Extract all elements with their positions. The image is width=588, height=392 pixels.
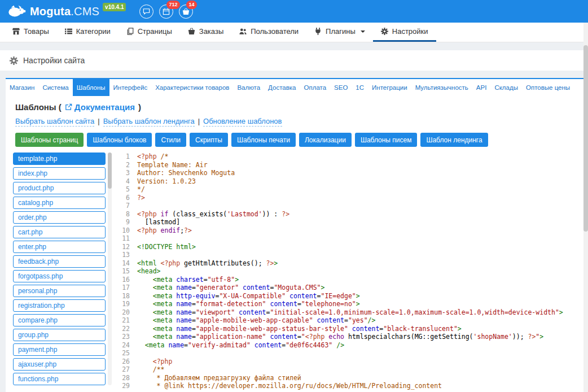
- tab-templates[interactable]: Шаблоны: [73, 79, 109, 96]
- tab-integrations[interactable]: Интеграции: [368, 79, 411, 96]
- page-title: Настройки сайта: [23, 56, 85, 65]
- file-list-scrollbar-thumb[interactable]: [108, 153, 112, 189]
- code-text: Author: Shevchenko Moguta: [137, 169, 235, 177]
- tab-seo[interactable]: SEO: [330, 79, 352, 96]
- code-text: <?php if (class_exists('Lastmod')) : ?>: [137, 210, 289, 219]
- code-text: * Добавляем предзагрузку файла стилей: [137, 374, 301, 382]
- tab-warehouses[interactable]: Склады: [490, 79, 522, 96]
- file-product.php[interactable]: product.php: [13, 182, 106, 194]
- line-number: 18: [120, 292, 137, 300]
- code-text: * @link https://developer.mozilla.org/ru…: [137, 382, 442, 390]
- tab-delivery[interactable]: Доставка: [264, 79, 300, 96]
- documentation-link[interactable]: Документация: [65, 102, 135, 112]
- brand-name: Moguta: [30, 5, 71, 18]
- button-email-templates[interactable]: Шаблоны писем: [355, 133, 418, 147]
- tab-store[interactable]: Магазин: [6, 79, 38, 96]
- line-number: 10: [120, 227, 137, 235]
- nav-item-pages[interactable]: Страницы: [119, 23, 180, 42]
- nav-item-settings[interactable]: Настройки: [373, 23, 436, 42]
- tab-wholesale-prices[interactable]: Оптовые цены: [522, 79, 574, 96]
- code-text: <meta name="generator" content="Moguta.C…: [137, 284, 324, 292]
- chevron-down-icon: [361, 31, 365, 33]
- line-number: 8: [120, 210, 137, 219]
- code-line-22: 22 <meta name="apple-mobile-web-app-stat…: [120, 325, 583, 333]
- button-block-templates[interactable]: Шаблоны блоков: [87, 133, 152, 147]
- file-compare.php[interactable]: compare.php: [13, 314, 106, 326]
- file-enter.php[interactable]: enter.php: [13, 241, 106, 253]
- button-styles[interactable]: Стили: [155, 133, 186, 147]
- file-index.php[interactable]: index.php: [13, 167, 106, 180]
- cart-button[interactable]: 14: [179, 5, 193, 19]
- file-template.php[interactable]: template.php: [13, 153, 106, 165]
- file-ajaxuser.php[interactable]: ajaxuser.php: [13, 358, 106, 371]
- line-number: 25: [120, 349, 137, 358]
- code-text: <meta http-equiv="X-UA-Compatible" conte…: [137, 292, 360, 300]
- tab-multilanguage[interactable]: Мультиязычность: [411, 79, 472, 96]
- file-list: template.phpindex.phpproduct.phpcatalog.…: [13, 153, 106, 392]
- page-title-bar: Настройки сайта: [0, 50, 588, 71]
- code-line-25: 25: [120, 349, 583, 358]
- nav-item-label: Пользователи: [251, 27, 299, 36]
- link-update-templates[interactable]: Обновление шаблонов: [203, 117, 282, 127]
- code-text: <meta charset="utf-8">: [137, 276, 239, 284]
- code-text: [137, 349, 141, 358]
- code-editor[interactable]: 1<?php /*2Template Name: Air3Author: She…: [120, 153, 583, 392]
- line-number: 12: [120, 243, 137, 251]
- line-number: 21: [120, 316, 137, 325]
- tab-currency[interactable]: Валюта: [233, 79, 264, 96]
- code-text: Version: 1.0.23: [137, 177, 196, 186]
- nav-item-orders[interactable]: Заказы: [180, 23, 231, 42]
- tab-payment[interactable]: Оплата: [300, 79, 331, 96]
- code-text: <?php: [137, 358, 172, 366]
- nav-item-plugins[interactable]: Плагины: [306, 23, 373, 42]
- quick-links: Выбрать шаблон сайта|Выбрать шаблон ленд…: [15, 117, 583, 126]
- line-number: 27: [120, 365, 137, 374]
- chat-button[interactable]: [139, 5, 153, 19]
- button-landing-template[interactable]: Шаблон лендинга: [420, 133, 488, 147]
- button-localizations[interactable]: Локализации: [299, 133, 352, 147]
- nav-item-users[interactable]: Пользователи: [231, 23, 306, 42]
- file-functions.php[interactable]: functions.php: [13, 373, 106, 385]
- file-catalog.php[interactable]: catalog.php: [13, 197, 106, 209]
- line-number: 17: [120, 284, 137, 292]
- code-line-4: 4Version: 1.0.23: [120, 177, 583, 186]
- tab-product-features[interactable]: Характеристики товаров: [151, 79, 233, 96]
- file-payment.php[interactable]: payment.php: [13, 343, 106, 356]
- code-text: <meta name="verify-admitad" content="de0…: [137, 341, 344, 350]
- page-scrollbar-thumb[interactable]: [583, 45, 588, 232]
- button-scripts[interactable]: Скрипты: [190, 133, 228, 147]
- file-personal.php[interactable]: personal.php: [13, 285, 106, 297]
- line-number: 20: [120, 308, 137, 317]
- file-order.php[interactable]: order.php: [13, 211, 106, 224]
- button-print-templates[interactable]: Шаблоны печати: [231, 133, 296, 147]
- categories-icon: [65, 28, 72, 35]
- calendar-button[interactable]: 712: [159, 5, 173, 19]
- tab-interface[interactable]: Интерфейс: [109, 79, 152, 96]
- code-text: /**: [137, 365, 164, 374]
- tab-system[interactable]: Система: [38, 79, 72, 96]
- nav-item-categories[interactable]: Категории: [57, 23, 119, 42]
- file-forgotpass.php[interactable]: forgotpass.php: [13, 270, 106, 282]
- moguta-pig-icon: [7, 5, 26, 18]
- link-choose-landing-template[interactable]: Выбрать шаблон лендинга: [103, 117, 195, 127]
- page-scrollbar[interactable]: [583, 23, 588, 392]
- file-list-scrollbar[interactable]: [108, 153, 112, 385]
- code-line-29: 29 * @link https://developer.mozilla.org…: [120, 382, 583, 390]
- code-text: <?php endif;?>: [137, 227, 192, 235]
- link-choose-site-template[interactable]: Выбрать шаблон сайта: [15, 117, 94, 127]
- code-line-17: 17 <meta name="generator" content="Mogut…: [120, 284, 583, 292]
- file-cart.php[interactable]: cart.php: [13, 226, 106, 238]
- tab-api[interactable]: API: [472, 79, 491, 96]
- tab-1c[interactable]: 1С: [352, 79, 368, 96]
- brand-logo[interactable]: Moguta.CMS v10.4.1: [7, 3, 126, 20]
- file-group.php[interactable]: group.php: [13, 329, 106, 341]
- line-number: 5: [120, 185, 137, 194]
- nav-item-products[interactable]: Товары: [5, 23, 57, 42]
- code-line-18: 18 <meta http-equiv="X-UA-Compatible" co…: [120, 292, 583, 300]
- button-page-templates[interactable]: Шаблоны страниц: [15, 133, 84, 147]
- line-number: 13: [120, 251, 137, 259]
- line-number: 3: [120, 169, 137, 177]
- file-feedback.php[interactable]: feedback.php: [13, 255, 106, 268]
- line-number: 4: [120, 177, 137, 186]
- file-registration.php[interactable]: registration.php: [13, 299, 106, 312]
